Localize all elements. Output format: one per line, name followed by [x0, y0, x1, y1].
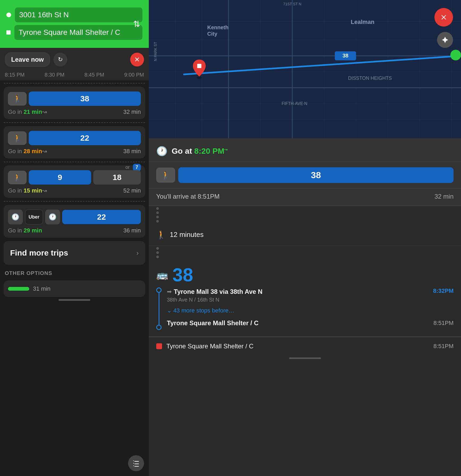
trip-3-footer: Go in 15 min↝ 52 min: [8, 187, 141, 194]
bus-number-1: 38: [80, 94, 89, 103]
bus-number-2: 22: [80, 133, 89, 143]
other-option-card[interactable]: 31 min: [4, 281, 145, 297]
time-3: 8:45 PM: [84, 72, 104, 78]
svg-rect-34: [197, 64, 201, 68]
go-in-1: Go in 21 min↝: [8, 108, 47, 115]
trip-4-route: 🕐 Uber 🕐 22: [8, 210, 141, 224]
controls-row: Leave now ↻ ✕: [0, 48, 149, 70]
time-4: 9:00 PM: [124, 72, 144, 78]
swap-button[interactable]: ⇅: [131, 17, 142, 31]
svg-text:FIFTH·AVE·N: FIFTH·AVE·N: [282, 101, 307, 106]
detail-panel: 🕐 Go at 8:20 PM↝ 🚶 38 You'll arrive at 8…: [149, 138, 461, 476]
svg-text:City: City: [207, 31, 218, 37]
dest-row: Tyrone Square Mall Shelter / C 8:51PM: [167, 316, 454, 330]
walk-icon-detail: 🚶: [161, 171, 170, 179]
bus-icon: 🚌: [156, 269, 168, 281]
origin-row: 3001 16th St N: [6, 7, 142, 22]
go-in-time-1: 21 min: [24, 108, 42, 115]
trip-3-route: 🚶 9 18: [8, 170, 141, 185]
first-stop-row: ➡ Tyrone Mall 38 via 38th Ave N 38th Ave…: [167, 287, 454, 303]
chevron-down-icon: ⌄: [167, 307, 173, 314]
final-stop-time: 8:51PM: [433, 343, 454, 350]
walk-icon-3: 🚶: [13, 173, 22, 182]
close-map-button[interactable]: [434, 8, 453, 27]
bus-box-9: 9: [29, 170, 91, 185]
close-button[interactable]: ✕: [130, 53, 144, 66]
leave-now-button[interactable]: Leave now: [5, 52, 50, 67]
svg-text:DISSTON HEIGHTS: DISSTON HEIGHTS: [348, 76, 392, 81]
svg-point-33: [197, 76, 202, 79]
trip-1-footer: Go in 21 min↝ 32 min: [8, 108, 141, 115]
timeline-line-1: [159, 293, 159, 325]
bus-box-38-1: 38: [29, 91, 141, 106]
dest-stop-name: Tyrone Square Mall Shelter / C: [167, 319, 259, 327]
total-min-4: 36 min: [123, 227, 141, 234]
bottom-handle: [58, 299, 90, 301]
bus-number-18: 18: [113, 173, 121, 182]
map-area: 38 Kenneth City Lealman DISSTON HEIGHTS …: [149, 0, 461, 138]
stop-circle-end: [156, 325, 162, 330]
origin-dot: [6, 12, 11, 17]
svg-text:Lealman: Lealman: [351, 19, 374, 25]
more-stops-label: 43 more stops before…: [173, 307, 234, 314]
destination-row: Tyrone Square Mall Shelter / C: [6, 25, 142, 40]
other-options-label: OTHER OPTIONS: [0, 268, 149, 278]
origin-input[interactable]: 3001 16th St N: [15, 7, 142, 22]
go-at-row: 🕐 Go at 8:20 PM↝: [149, 138, 461, 162]
arrow-icon: ➡: [167, 288, 172, 295]
stop-timeline: ➡ Tyrone Mall 38 via 38th Ave N 38th Ave…: [156, 287, 454, 330]
trip-card-1[interactable]: 🚶 38 Go in 21 min↝ 32 min: [4, 87, 145, 119]
walk-box-1: 🚶: [8, 92, 27, 106]
trip-card-3[interactable]: or 7 🚶 9 18 Go in 15 min↝ 52 min: [4, 165, 145, 198]
trip-card-2[interactable]: 🚶 22 Go in 28 min↝ 38 min: [4, 126, 145, 158]
trips-container: 🚶 38 Go in 21 min↝ 32 min 🚶 22: [0, 80, 149, 476]
dest-stop-time: 8:51PM: [433, 320, 454, 327]
right-panel: 38 Kenneth City Lealman DISSTON HEIGHTS …: [149, 0, 461, 476]
route-name-row: ➡ Tyrone Mall 38 via 38th Ave N: [167, 287, 263, 296]
dashed-vert: [149, 206, 461, 224]
walk-section: 🚶 12 minutes: [149, 224, 461, 246]
trip-1-route: 🚶 38: [8, 91, 141, 106]
go-in-4: Go in 29 min: [8, 227, 42, 234]
walk-box-2: 🚶: [8, 131, 27, 145]
refresh-button[interactable]: ↻: [53, 53, 67, 66]
first-stop-info: ➡ Tyrone Mall 38 via 38th Ave N 38th Ave…: [167, 287, 263, 303]
clock-icon-2: 🕐: [45, 210, 60, 224]
bus-box-18: 18: [93, 170, 141, 185]
go-at-text: Go at 8:20 PM↝: [172, 147, 227, 156]
bus-number-large: 38: [172, 266, 193, 284]
red-square-icon: [156, 343, 162, 349]
timeline-left: [156, 287, 162, 330]
trip-card-4[interactable]: 🕐 Uber 🕐 22 Go in 29 min 36 min: [4, 205, 145, 238]
clock-icon-1: 🕐: [8, 210, 23, 224]
svg-text:71ST ST N: 71ST ST N: [283, 2, 302, 6]
uber-box: Uber: [25, 210, 43, 224]
filter-icon: [132, 460, 140, 467]
go-in-time-2: 28 min: [24, 148, 42, 155]
total-min-2: 38 min: [123, 148, 141, 155]
compass-button[interactable]: [437, 32, 453, 48]
filter-button[interactable]: [128, 455, 144, 471]
trip-2-footer: Go in 28 min↝ 38 min: [8, 148, 141, 155]
svg-text:38: 38: [342, 53, 348, 59]
total-min-3: 52 min: [123, 187, 141, 194]
more-stops-button[interactable]: ⌄ 43 more stops before…: [167, 305, 234, 316]
final-stop-name: Tyrone Square Mall Shelter / C: [166, 343, 429, 350]
trip-2-route: 🚶 22: [8, 131, 141, 145]
bus-box-detail: 38: [178, 167, 454, 183]
green-bar: [8, 287, 29, 291]
walk-box-3: 🚶: [8, 171, 27, 184]
other-min: 31 min: [33, 285, 50, 292]
location-pin: [191, 59, 207, 81]
find-more-button[interactable]: Find more trips ›: [4, 241, 145, 265]
total-min-1: 32 min: [123, 108, 141, 115]
bus-icon-row: 🚌 38: [156, 266, 454, 284]
chevron-right-icon: ›: [136, 249, 139, 257]
stop-details: ➡ Tyrone Mall 38 via 38th Ave N 38th Ave…: [167, 287, 454, 330]
walk-icon-section: 🚶: [156, 230, 166, 239]
timeline-row: 8:15 PM 8:30 PM 8:45 PM 9:00 PM: [0, 70, 149, 80]
svg-point-25: [450, 50, 461, 60]
destination-input[interactable]: Tyrone Square Mall Shelter / C: [14, 25, 142, 40]
bus-section: 🚌 38 ➡ Tyrone Mall 38 via 3: [149, 259, 461, 337]
trip-4-footer: Go in 29 min 36 min: [8, 227, 141, 234]
